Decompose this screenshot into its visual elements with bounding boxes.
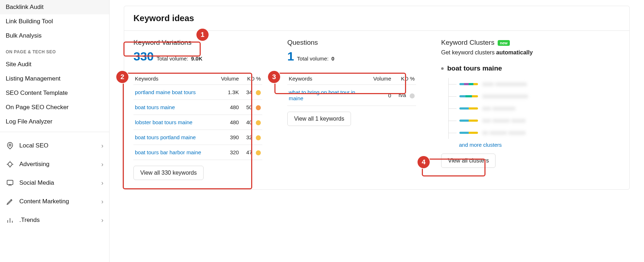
card-body: 1 2 3 4 Keyword Variations 330 Total vol… xyxy=(124,31,629,189)
clusters-title: Keyword Clusters xyxy=(441,39,494,46)
keyword-variations-column: Keyword Variations 330 Total volume: 9.0… xyxy=(133,39,262,180)
keyword-link[interactable]: lobster boat tours maine xyxy=(135,119,192,125)
kd-cell: 50 xyxy=(240,100,262,115)
card-header: Keyword ideas xyxy=(124,6,629,31)
variations-total-volume: 9.0K xyxy=(191,55,203,62)
col-keywords: Keywords xyxy=(133,73,214,85)
cluster-row: xx xxxxxx xxxxxx xyxy=(449,127,620,139)
cluster-bar-icon xyxy=(459,120,478,122)
table-row: what to bring on boat tour in maine0n/a xyxy=(287,85,416,106)
sidebar-item-content-marketing[interactable]: Content Marketing › xyxy=(0,192,109,211)
sidebar-item-advertising[interactable]: Advertising › xyxy=(0,155,109,174)
new-badge: new xyxy=(498,40,509,46)
sidebar-item-trends[interactable]: .Trends › xyxy=(0,211,109,229)
kd-dot-icon xyxy=(256,150,261,155)
table-row: boat tours portland maine39032 xyxy=(133,130,262,145)
target-icon xyxy=(6,160,14,169)
annotation-marker-2: 2 xyxy=(116,71,128,83)
kd-dot-icon xyxy=(410,93,415,98)
kd-dot-icon xyxy=(256,120,261,125)
cluster-tree: xxxx xxxxxxxxxxxxxxxxxxxxxxxxxxxxxx xxxx… xyxy=(448,78,620,139)
sidebar-item-social-media[interactable]: Social Media › xyxy=(0,174,109,192)
kd-dot-icon xyxy=(256,135,261,140)
cluster-row: xxxx xxxxxxxxxxx xyxy=(449,78,620,90)
sidebar-link-log-file-analyzer[interactable]: Log File Analyzer xyxy=(0,115,109,129)
sidebar-item-label: Social Media xyxy=(19,179,54,186)
cluster-row: xxx xxxxxx xxxxx xyxy=(449,115,620,127)
annotation-marker-4: 4 xyxy=(418,156,430,168)
chevron-right-icon: › xyxy=(101,179,103,187)
questions-stat: 1 Total volume: 0 xyxy=(287,49,416,65)
sidebar-item-label: Content Marketing xyxy=(19,198,69,205)
kd-cell: 47 xyxy=(240,145,262,160)
sidebar-link-seo-content-template[interactable]: SEO Content Template xyxy=(0,86,109,100)
view-all-variations-button[interactable]: View all 330 keywords xyxy=(133,166,204,180)
keyword-link[interactable]: what to bring on boat tour in maine xyxy=(289,89,355,101)
variations-title: Keyword Variations xyxy=(133,39,262,47)
col-keywords: Keywords xyxy=(287,73,367,85)
col-kd: KD % xyxy=(392,73,416,85)
keyword-link[interactable]: boat tours bar harbor maine xyxy=(135,149,201,155)
clusters-sub-prefix: Get keyword clusters xyxy=(441,49,496,55)
questions-total-volume: 0 xyxy=(331,55,334,62)
sidebar-link-backlink-audit[interactable]: Backlink Audit xyxy=(0,0,109,14)
annotation-marker-1: 1 xyxy=(196,29,209,41)
col-kd: KD % xyxy=(240,73,262,85)
bar-chart-icon xyxy=(6,216,14,224)
kd-cell: n/a xyxy=(392,85,416,106)
sidebar-link-bulk-analysis[interactable]: Bulk Analysis xyxy=(0,29,109,43)
questions-total-volume-label: Total volume: xyxy=(297,55,328,62)
clusters-title-row: Keyword Clusters new xyxy=(441,39,620,47)
chevron-right-icon: › xyxy=(101,198,103,205)
cluster-row: xxxxxxxxxxxxxxxx xyxy=(449,90,620,102)
chat-icon xyxy=(6,179,14,187)
cluster-row-label: xxx xxxxxxxx xyxy=(482,105,515,112)
card-title: Keyword ideas xyxy=(133,13,620,23)
clusters-subtitle: Get keyword clusters automatically xyxy=(441,49,620,56)
variations-table: Keywords Volume KD % portland maine boat… xyxy=(133,73,262,160)
kd-dot-icon xyxy=(256,105,261,110)
keyword-link[interactable]: boat tours maine xyxy=(135,104,175,110)
sidebar-link-listing-management[interactable]: Listing Management xyxy=(0,72,109,86)
volume-cell: 480 xyxy=(214,115,240,130)
annotation-marker-3: 3 xyxy=(268,71,280,83)
sidebar: Backlink Audit Link Building Tool Bulk A… xyxy=(0,0,109,262)
keyword-clusters-column: Keyword Clusters new Get keyword cluster… xyxy=(441,39,620,180)
col-volume: Volume xyxy=(214,73,240,85)
volume-cell: 0 xyxy=(367,85,393,106)
questions-column: Questions 1 Total volume: 0 Keywords Vol… xyxy=(287,39,416,180)
chevron-right-icon: › xyxy=(101,142,103,150)
volume-cell: 1.3K xyxy=(214,85,240,100)
more-clusters-link[interactable]: and more clusters xyxy=(459,142,502,148)
table-row: portland maine boat tours1.3K34 xyxy=(133,85,262,100)
sidebar-link-link-building[interactable]: Link Building Tool xyxy=(0,14,109,29)
volume-cell: 390 xyxy=(214,130,240,145)
svg-rect-6 xyxy=(7,180,13,185)
variations-count: 330 xyxy=(133,49,154,63)
sidebar-item-local-seo[interactable]: Local SEO › xyxy=(0,136,109,155)
questions-table: Keywords Volume KD % what to bring on bo… xyxy=(287,73,416,106)
sidebar-item-label: Local SEO xyxy=(19,142,48,149)
keyword-link[interactable]: boat tours portland maine xyxy=(135,134,196,140)
keyword-ideas-card: Keyword ideas 1 2 3 4 Keyword Variations… xyxy=(124,6,630,190)
view-all-clusters-button[interactable]: View all clusters xyxy=(441,154,496,168)
cluster-row-label: xxxxxxxxxxxxxxxx xyxy=(482,93,528,100)
cluster-bar-icon xyxy=(459,83,478,85)
chevron-right-icon: › xyxy=(101,217,103,224)
cluster-bar-icon xyxy=(459,132,478,134)
view-all-questions-button[interactable]: View all 1 keywords xyxy=(287,112,351,126)
volume-cell: 480 xyxy=(214,100,240,115)
cluster-bar-icon xyxy=(459,95,478,97)
cluster-bar-icon xyxy=(459,107,478,110)
sidebar-item-label: Advertising xyxy=(19,161,49,168)
clusters-sub-bold: automatically xyxy=(496,49,533,55)
table-row: lobster boat tours maine48040 xyxy=(133,115,262,130)
sidebar-link-onpage-seo-checker[interactable]: On Page SEO Checker xyxy=(0,100,109,115)
keyword-link[interactable]: portland maine boat tours xyxy=(135,89,196,95)
sidebar-link-site-audit[interactable]: Site Audit xyxy=(0,57,109,72)
kd-cell: 32 xyxy=(240,130,262,145)
variations-stat: 330 Total volume: 9.0K xyxy=(133,49,262,65)
col-volume: Volume xyxy=(367,73,393,85)
sidebar-section-label: ON PAGE & TECH SEO xyxy=(0,43,109,57)
questions-count: 1 xyxy=(287,49,294,63)
